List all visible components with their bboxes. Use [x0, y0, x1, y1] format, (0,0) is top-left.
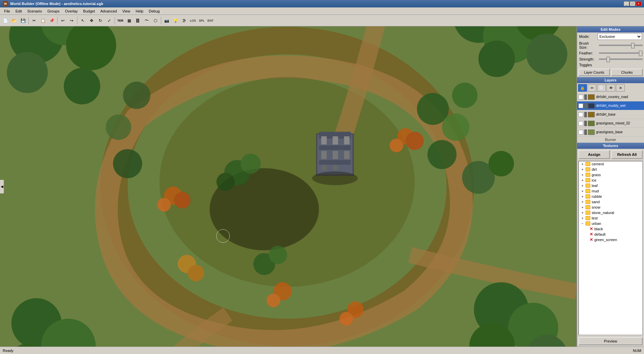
expand-icon-mud: + — [580, 189, 585, 193]
layer-check-1[interactable] — [578, 103, 583, 108]
tree-item-grass[interactable]: + grass — [579, 172, 642, 178]
layer-check-4[interactable] — [578, 130, 583, 135]
maximize-button[interactable]: □ — [630, 1, 635, 6]
chunks-button[interactable]: Chunks — [611, 69, 643, 76]
toolbar-save[interactable]: 💾 — [19, 17, 27, 25]
toolbar-undo[interactable]: ↩ — [59, 17, 67, 25]
toolbar-objects[interactable]: ⬡ — [151, 17, 159, 25]
layer-row-4[interactable]: grass\grass_base — [577, 128, 644, 137]
toolbar-los[interactable]: LOS — [189, 17, 197, 25]
tree-item-mud[interactable]: + mud — [579, 188, 642, 194]
tree-item-black[interactable]: ✕ black — [588, 226, 642, 232]
menu-advanced[interactable]: Advanced — [98, 8, 120, 14]
menu-help[interactable]: Help — [133, 8, 146, 14]
layer-name-0: dirt\dirt_country_road — [596, 95, 643, 99]
menu-debug[interactable]: Debug — [146, 8, 162, 14]
menu-overlay[interactable]: Overlay — [62, 8, 80, 14]
layer-tool-pencil[interactable]: ✏ — [588, 84, 596, 92]
refresh-all-button[interactable]: Refresh All — [611, 150, 643, 159]
close-button[interactable]: ✕ — [636, 1, 641, 6]
layer-row-1[interactable]: dirt\dirt_muddy_wet — [577, 101, 644, 110]
tree-item-stone-natural[interactable]: + stone_natural — [579, 210, 642, 215]
feather-label: Feather: — [579, 51, 598, 55]
toolbar-extra1[interactable]: ENT — [206, 17, 215, 25]
layer-check-2[interactable] — [578, 112, 583, 117]
toolbar-camera[interactable]: 📷 — [163, 17, 171, 25]
brush-size-row: Brush Size: 4 — [577, 41, 644, 50]
layer-counts-button[interactable]: Layer Counts — [578, 69, 610, 76]
layer-row-3[interactable]: grass\grass_mixed_02 — [577, 119, 644, 128]
tree-item-default[interactable]: ✕ default — [588, 232, 642, 237]
layer-row-0[interactable]: dirt\dirt_country_road — [577, 93, 644, 101]
toolbar-cut[interactable]: ✂ — [30, 17, 38, 25]
folder-icon-mud — [586, 189, 590, 193]
toolbar-redo[interactable]: ↪ — [68, 17, 76, 25]
tree-label-sand: sand — [592, 200, 600, 204]
texture-tree[interactable]: + cement + dirt + grass + ice — [578, 161, 643, 335]
toolbar-open[interactable]: 📂 — [10, 17, 18, 25]
mode-select[interactable]: Exclusive — [598, 33, 642, 40]
strength-slider[interactable] — [599, 57, 643, 62]
menu-file[interactable]: File — [1, 8, 13, 14]
menu-edit[interactable]: Edit — [13, 8, 25, 14]
tree-item-cement[interactable]: + cement — [579, 161, 642, 167]
tree-item-rubble[interactable]: + rubble — [579, 194, 642, 199]
toolbar-rotate[interactable]: ↻ — [96, 17, 104, 25]
tree-label-stone-natural: stone_natural — [592, 211, 614, 215]
map-area[interactable]: ◀ — [0, 26, 576, 347]
tree-item-leaf[interactable]: + leaf — [579, 183, 642, 188]
layer-name-2: dirt\dirt_base — [596, 113, 643, 116]
toolbar-move[interactable]: ✥ — [88, 17, 96, 25]
toolbar-light[interactable]: 💡 — [171, 17, 179, 25]
toolbar-spl[interactable]: SPL — [198, 17, 206, 25]
toolbar-paste[interactable]: 📌 — [48, 17, 56, 25]
status-text: Ready — [3, 349, 14, 353]
layer-tool-close[interactable]: ✕ — [616, 84, 625, 92]
layer-tool-erase[interactable]: ⬜ — [597, 84, 606, 92]
svg-point-32 — [174, 192, 191, 209]
menu-scenario[interactable]: Scenario — [25, 8, 45, 14]
brush-size-slider[interactable] — [599, 43, 643, 48]
tree-item-test[interactable]: + test — [579, 215, 642, 221]
layer-tool-eye[interactable]: 👁 — [606, 84, 615, 92]
toolbar-fog[interactable]: 🌫 — [180, 17, 188, 25]
strength-row: Strength: 18 — [577, 56, 644, 62]
menu-bar: File Edit Scenario Groups Overlay Budget… — [0, 7, 644, 15]
tree-item-ice[interactable]: + ice — [579, 178, 642, 183]
tree-item-snow[interactable]: + snow — [579, 205, 642, 210]
toolbar-new[interactable]: 📄 — [1, 17, 9, 25]
toolbar-tile[interactable]: ▦ — [125, 17, 133, 25]
toolbar-copy[interactable]: 📋 — [39, 17, 47, 25]
layer-check-0[interactable] — [578, 95, 583, 99]
tree-item-dirt[interactable]: + dirt — [579, 167, 642, 172]
layer-swatch-4 — [588, 129, 595, 135]
layer-tool-lock[interactable]: 🔒 — [578, 84, 587, 92]
feather-slider[interactable] — [599, 51, 643, 55]
toolbar-terrain[interactable]: TER — [116, 17, 124, 25]
brush-size-label: Brush Size: — [579, 41, 598, 49]
tree-item-sand[interactable]: + sand — [579, 199, 642, 205]
toolbar: 📄 📂 💾 ✂ 📋 📌 ↩ ↪ ↖ ✥ ↻ ⤢ TER ▦ 🛤 〜 ⬡ 📷 💡 … — [0, 15, 644, 26]
tree-item-green-screen[interactable]: ✕ green_screen — [588, 237, 642, 242]
layer-row-2[interactable]: dirt\dirt_base — [577, 110, 644, 119]
toolbar-scale[interactable]: ⤢ — [105, 17, 113, 25]
toolbar-water[interactable]: 〜 — [143, 17, 151, 25]
preview-button[interactable]: Preview — [578, 337, 643, 345]
toolbar-road[interactable]: 🛤 — [134, 17, 142, 25]
toolbar-select[interactable]: ↖ — [79, 17, 87, 25]
map-canvas — [0, 26, 576, 347]
menu-groups[interactable]: Groups — [45, 8, 62, 14]
panel-toggle-left[interactable]: ◀ — [0, 180, 4, 193]
menu-budget[interactable]: Budget — [80, 8, 98, 14]
expand-icon-snow: + — [580, 205, 585, 210]
tree-item-urban[interactable]: − urban — [579, 221, 642, 226]
tree-label-dirt: dirt — [592, 167, 597, 171]
svg-point-28 — [106, 114, 131, 140]
minimize-button[interactable]: _ — [624, 1, 629, 6]
menu-view[interactable]: View — [120, 8, 133, 14]
layer-swatch-3 — [588, 121, 595, 126]
layer-toolbar: 🔒 ✏ ⬜ 👁 ✕ — [577, 83, 644, 93]
status-mode: NUM — [633, 349, 641, 353]
assign-button[interactable]: Assign — [578, 150, 610, 159]
layer-check-3[interactable] — [578, 121, 583, 126]
